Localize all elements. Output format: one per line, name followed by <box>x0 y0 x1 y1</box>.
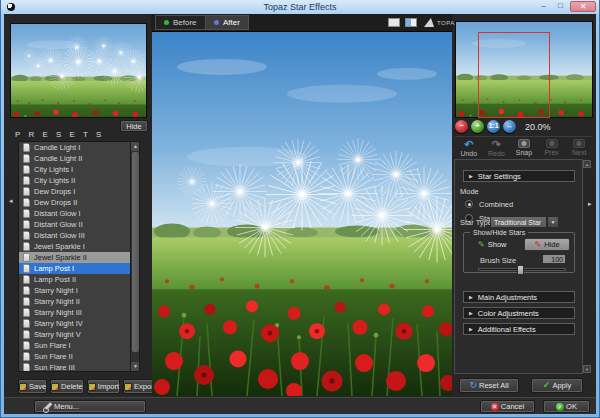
preset-item[interactable]: Sun Flare I <box>19 340 139 351</box>
preset-item[interactable]: Starry Night I <box>19 285 139 296</box>
preset-item[interactable]: Lamp Post II <box>19 274 139 285</box>
ok-check-icon: ✓ <box>556 403 564 411</box>
adjustment-panel-header[interactable]: Color Adjustments <box>463 307 575 319</box>
showhide-group-title: Show/Hide Stars <box>470 229 528 236</box>
history-button[interactable]: Undo <box>455 139 483 160</box>
window-title: Topaz Star Effects <box>1 2 599 12</box>
split-view-icon[interactable] <box>405 18 417 27</box>
preset-action-button[interactable]: Save <box>18 379 47 394</box>
cancel-button[interactable]: ✕ Cancel <box>480 400 535 413</box>
preset-doc-icon <box>23 187 30 196</box>
preset-doc-icon <box>23 176 30 185</box>
preset-doc-icon <box>23 242 30 251</box>
preset-item[interactable]: Distant Glow III <box>19 230 139 241</box>
preset-item[interactable]: Sun Flare III <box>19 362 139 372</box>
preset-doc-icon <box>23 220 30 229</box>
preset-doc-icon <box>23 352 30 361</box>
preset-label: Dew Drops I <box>34 187 75 196</box>
preset-label: Sun Flare III <box>34 363 75 372</box>
collapse-left-panel-icon[interactable]: ◂ <box>9 196 16 205</box>
preset-item[interactable]: Dew Drops I <box>19 186 139 197</box>
settings-scrollbar[interactable]: ▲ ▼ <box>583 160 591 373</box>
preset-item[interactable]: Starry Night V <box>19 329 139 340</box>
preset-item[interactable]: Jewel Sparkle I <box>19 241 139 252</box>
preset-list-scrollbar[interactable]: ▲ ▼ <box>130 142 139 371</box>
preset-item[interactable]: Candle Light I <box>19 142 139 153</box>
brush-size-value[interactable]: 100 <box>542 254 566 264</box>
preset-item[interactable]: Candle Light II <box>19 153 139 164</box>
minimize-button[interactable]: – <box>536 1 551 12</box>
reset-all-button[interactable]: ↻ Reset All <box>459 378 519 393</box>
preset-item[interactable]: Jewel Sparkle II <box>19 252 139 263</box>
preset-label: Starry Night V <box>34 330 81 339</box>
history-icon <box>573 139 585 148</box>
tab-before[interactable]: Before <box>155 15 206 30</box>
zoom-button[interactable]: + <box>471 120 484 133</box>
star-settings-header[interactable]: Star Settings <box>463 170 575 182</box>
scroll-up-icon[interactable]: ▲ <box>131 142 140 151</box>
scroll-up-icon[interactable]: ▲ <box>583 160 591 168</box>
radio-combined[interactable] <box>465 200 473 208</box>
image-canvas[interactable] <box>152 31 452 396</box>
history-icon <box>462 139 476 149</box>
preset-item[interactable]: Starry Night IV <box>19 318 139 329</box>
dropdown-arrow-icon[interactable]: ▼ <box>547 216 559 228</box>
preset-action-icon <box>88 383 96 391</box>
preset-doc-icon <box>23 165 30 174</box>
view-toolbar: Before After TOPAZ <box>151 14 453 31</box>
preset-action-button[interactable]: Import <box>87 379 120 394</box>
preset-item[interactable]: Dew Drops II <box>19 197 139 208</box>
slider-handle[interactable] <box>517 265 524 275</box>
navigator-thumbnail[interactable] <box>455 21 593 118</box>
single-view-icon[interactable] <box>388 18 400 27</box>
preset-list[interactable]: Candle Light I Candle Light II City Ligh… <box>18 141 140 372</box>
preset-item[interactable]: Starry Night III <box>19 307 139 318</box>
preset-action-button[interactable]: Delete <box>50 379 84 394</box>
preset-item[interactable]: Sun Flare II <box>19 351 139 362</box>
star-type-dropdown[interactable]: Traditional Star <box>490 216 547 228</box>
preset-label: Starry Night II <box>34 297 80 306</box>
tab-after[interactable]: After <box>205 15 249 30</box>
preset-doc-icon <box>23 341 30 350</box>
collapse-right-panel-icon[interactable]: ▸ <box>588 199 595 208</box>
preset-label: Lamp Post I <box>34 264 74 273</box>
apply-button[interactable]: ✔ Apply <box>531 378 583 393</box>
history-button[interactable]: Snap <box>510 139 538 160</box>
maximize-button[interactable]: □ <box>553 1 568 12</box>
preset-label: Distant Glow I <box>34 209 81 218</box>
zoom-level: 20.0% <box>525 122 551 132</box>
scrollbar-thumb[interactable] <box>132 152 139 352</box>
titlebar[interactable]: Topaz Star Effects – □ ✕ <box>1 0 599 14</box>
navigator-view-rect[interactable] <box>478 32 550 118</box>
scroll-down-icon[interactable]: ▼ <box>131 362 140 371</box>
ok-button[interactable]: ✓ OK <box>543 400 590 413</box>
menu-button[interactable]: Menu... <box>34 400 146 413</box>
preset-label: Starry Night I <box>34 286 78 295</box>
zoom-button[interactable]: − <box>455 120 468 133</box>
showhide-stars-group: Show/Hide Stars ✎ Show ✎ Hide Brush Size… <box>463 232 575 273</box>
preset-item[interactable]: Lamp Post I <box>19 263 139 274</box>
history-button[interactable]: Next <box>565 139 593 160</box>
preset-item[interactable]: Distant Glow I <box>19 208 139 219</box>
star-type-label: Star Type <box>460 218 492 227</box>
zoom-button[interactable]: ↔ <box>503 120 516 133</box>
hide-brush-button[interactable]: ✎ Hide <box>524 238 570 251</box>
preset-item[interactable]: Starry Night II <box>19 296 139 307</box>
preset-item[interactable]: Distant Glow II <box>19 219 139 230</box>
preset-action-icon <box>19 383 27 391</box>
history-button[interactable]: Prev <box>538 139 566 160</box>
adjustment-panel-header[interactable]: Additional Effects <box>463 323 575 335</box>
preset-item[interactable]: City Lights I <box>19 164 139 175</box>
after-dot-icon <box>214 20 219 25</box>
thumbnail-hide-button[interactable]: Hide <box>120 120 148 132</box>
zoom-button[interactable]: 1:1 <box>487 120 500 133</box>
close-button[interactable]: ✕ <box>570 1 596 12</box>
topaz-logo: TOPAZ <box>425 15 455 30</box>
brush-size-slider[interactable] <box>478 268 566 271</box>
adjustment-panel-header[interactable]: Main Adjustments <box>463 291 575 303</box>
history-button[interactable]: Redo <box>483 139 511 160</box>
scroll-down-icon[interactable]: ▼ <box>583 365 591 373</box>
show-brush-button[interactable]: ✎ Show <box>478 240 506 249</box>
preset-doc-icon <box>23 264 30 273</box>
preset-item[interactable]: City Lights II <box>19 175 139 186</box>
